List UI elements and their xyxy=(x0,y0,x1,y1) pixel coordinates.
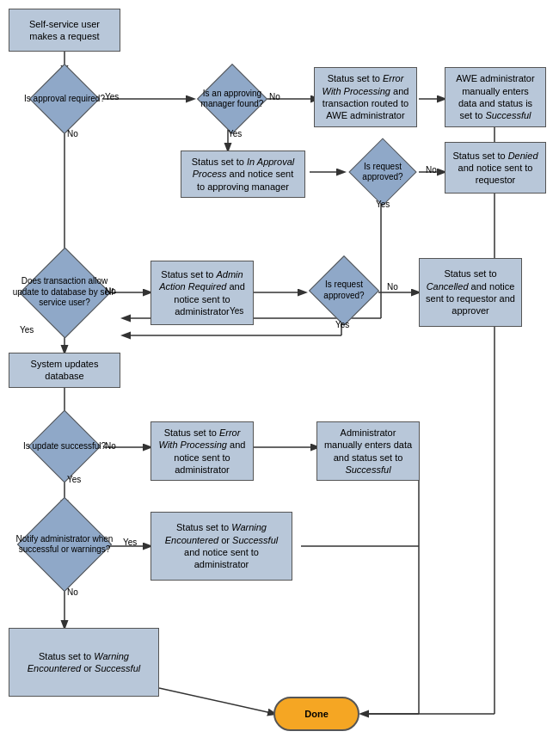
box-in-approval: Status set to In Approval Process and no… xyxy=(181,151,305,198)
b10-label: Status set to Warning Encountered or Suc… xyxy=(157,521,286,570)
done-label: Done xyxy=(304,709,329,719)
box-awe-admin: AWE administrator manually enters data a… xyxy=(445,67,546,127)
start-label: Self-service user makes a request xyxy=(15,18,114,43)
b11-label: Status set to Warning Encountered or Suc… xyxy=(15,650,152,675)
done-button: Done xyxy=(273,697,359,731)
b8-label: Status set to Error With Processing and … xyxy=(157,427,247,476)
d6-label: Is update successful? xyxy=(23,441,106,451)
flowchart-diagram: Self-service user makes a request Is app… xyxy=(0,0,559,756)
d3-yes-label: Yes xyxy=(376,200,390,209)
decision-allow-update: Does transaction allow update to databas… xyxy=(9,258,120,327)
box-error-processing: Status set to Error With Processing and … xyxy=(314,67,417,127)
decision-request-approved-2: Is request approved? xyxy=(301,262,387,318)
d7-label: Notify administrator when successful or … xyxy=(16,534,114,555)
b1-label: Status set to Error With Processing and … xyxy=(321,72,410,121)
b9-label: Administrator manually enters data and s… xyxy=(323,427,413,476)
start-box: Self-service user makes a request xyxy=(9,9,120,52)
box-warning-notice: Status set to Warning Encountered or Suc… xyxy=(150,512,292,581)
b5-yes-label: Yes xyxy=(230,306,243,316)
box-warning-final: Status set to Warning Encountered or Suc… xyxy=(9,628,159,697)
d1-label: Is approval required? xyxy=(24,94,105,103)
b6-label: Status set to Cancelled and notice sent … xyxy=(426,267,515,317)
decision-notify-admin: Notify administrator when successful or … xyxy=(9,506,120,583)
d3-no-label: No xyxy=(426,165,437,175)
decision-request-approved-1: Is request approved? xyxy=(340,146,426,198)
d6-yes-label: Yes xyxy=(67,475,81,484)
d7-yes-label: Yes xyxy=(123,538,137,547)
d1-no-label: No xyxy=(67,129,78,138)
box-admin-manual-2: Administrator manually enters data and s… xyxy=(316,421,420,481)
d2-yes-label: Yes xyxy=(228,129,242,138)
b4-label: Status set to Denied and notice sent to … xyxy=(452,150,539,187)
box-denied: Status set to Denied and notice sent to … xyxy=(445,142,546,194)
d5-label: Is request approved? xyxy=(323,280,364,300)
box-cancelled: Status set to Cancelled and notice sent … xyxy=(419,258,522,327)
decision-approval-required: Is approval required? xyxy=(17,73,112,125)
b2-label: AWE administrator manually enters data a… xyxy=(452,72,539,121)
d4-yes-label: Yes xyxy=(20,325,34,335)
box-error-processing-2: Status set to Error With Processing and … xyxy=(150,421,254,481)
b7-label: System updates database xyxy=(15,358,114,383)
svg-line-24 xyxy=(159,688,275,714)
decision-update-successful: Is update successful? xyxy=(17,420,112,473)
box-system-updates: System updates database xyxy=(9,353,120,388)
d4-label: Does transaction allow update to databas… xyxy=(13,276,117,307)
decision-manager-found: Is an approving manager found? xyxy=(185,73,280,125)
d3-label: Is request approved? xyxy=(362,162,402,182)
b3-label: Status set to In Approval Process and no… xyxy=(187,156,298,193)
d7-no-label: No xyxy=(67,587,78,597)
d5-no-label: No xyxy=(387,282,398,292)
d2-label: Is an approving manager found? xyxy=(201,89,264,109)
d5-yes-label: Yes xyxy=(335,320,349,329)
